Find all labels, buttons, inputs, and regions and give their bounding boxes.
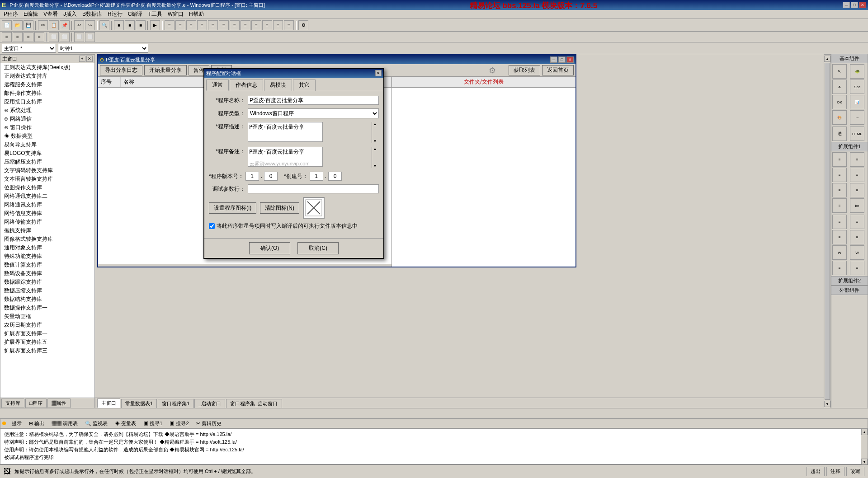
- ext-comp-4[interactable]: ≡: [850, 168, 864, 182]
- status-btn-overwrite[interactable]: 改写: [846, 467, 864, 476]
- menu-database[interactable]: B数据库: [80, 9, 105, 19]
- sidebar-collapse[interactable]: +: [79, 56, 85, 62]
- sidebar-item-remote[interactable]: 远程服务支持库: [0, 80, 94, 89]
- tab-main-window[interactable]: 主窗口: [97, 398, 120, 408]
- start-share-btn[interactable]: 开始批量分享: [144, 65, 187, 75]
- toolbar-btn-cut[interactable]: ✂: [38, 20, 48, 30]
- menu-edit[interactable]: E编辑: [21, 9, 41, 19]
- sidebar-item-anim[interactable]: 矢量动画框: [0, 312, 94, 321]
- sidebar-item-sys[interactable]: ⊕ 系统处理: [0, 106, 94, 115]
- comment-scroll-up[interactable]: ▲: [373, 147, 377, 151]
- comp-label[interactable]: A: [832, 80, 847, 94]
- confirm-btn[interactable]: 确认(O): [249, 242, 290, 254]
- comment-scroll-down[interactable]: ▼: [373, 164, 377, 168]
- tab-window-prog[interactable]: 窗口程序集1: [158, 399, 193, 408]
- sidebar-item-datatrace[interactable]: 数据跟踪支持库: [0, 278, 94, 286]
- sidebar-item-lang[interactable]: 文本语言转换支持库: [0, 175, 94, 183]
- main-scroll-down[interactable]: ▼: [824, 401, 830, 407]
- toolbar-btn-a9[interactable]: ≡: [251, 20, 261, 30]
- sidebar-item-dataop[interactable]: 数据操作支持库一: [0, 304, 94, 312]
- back-home-btn[interactable]: 返回首页: [542, 65, 574, 75]
- menu-program[interactable]: P程序: [1, 9, 21, 19]
- window-dropdown[interactable]: 主窗口 *: [2, 44, 56, 53]
- program-type-select[interactable]: Windows窗口程序 控制台程序 静态链接库: [248, 108, 379, 118]
- version-write-checkbox[interactable]: [209, 223, 215, 229]
- toolbar-btn-redo[interactable]: ↪: [85, 20, 95, 30]
- dialog-tab-general[interactable]: 通常: [206, 80, 229, 91]
- toolbar-btn-6[interactable]: ■: [125, 20, 135, 30]
- main-scroll-up[interactable]: ▲: [824, 56, 830, 62]
- toolbar-btn-a4[interactable]: ≡: [197, 20, 207, 30]
- comp-btn[interactable]: OK: [832, 95, 847, 109]
- menu-run[interactable]: R运行: [105, 9, 125, 19]
- ext-comp-2[interactable]: ≡: [850, 152, 864, 167]
- comp-dots[interactable]: ···: [850, 110, 864, 125]
- minimize-button[interactable]: ─: [843, 2, 850, 8]
- cancel-btn[interactable]: 取消(C): [297, 242, 339, 254]
- toolbar2-btn5[interactable]: ⬜: [49, 32, 59, 42]
- toolbar-btn-save[interactable]: 💾: [24, 20, 33, 30]
- toolbar-btn-a1[interactable]: ≡: [165, 20, 175, 30]
- sidebar-item-bitmap[interactable]: 位图操作支持库: [0, 183, 94, 192]
- sidebar-item-special[interactable]: 特殊功能支持库: [0, 252, 94, 261]
- close-button[interactable]: ✕: [859, 2, 866, 8]
- bottom-tab-call[interactable]: ▦▦ 调用表: [48, 419, 81, 428]
- component-dropdown[interactable]: 时钟1: [58, 44, 148, 53]
- toolbar2-btn6[interactable]: ⬜: [60, 32, 70, 42]
- ext-comp-11[interactable]: ≡: [832, 230, 847, 244]
- ext-comp-9[interactable]: ≡: [832, 215, 847, 229]
- sidebar-item-datazip[interactable]: 数据压缩支持库: [0, 286, 94, 295]
- sidebar-item-netinfo[interactable]: 网络信息支持库: [0, 209, 94, 218]
- toolbar-btn-paste[interactable]: 📌: [60, 20, 70, 30]
- sidebar-item-datastruct[interactable]: 数据结构支持库: [0, 295, 94, 304]
- scroll-up-btn[interactable]: ▲: [861, 429, 868, 435]
- toolbar-btn-7[interactable]: ■: [136, 20, 146, 30]
- ext-comp-5[interactable]: ≡: [832, 183, 847, 197]
- toolbar2-btn4[interactable]: ≡: [34, 32, 44, 42]
- maximize-button[interactable]: □: [851, 2, 858, 8]
- inner-settings-icon[interactable]: ⚙: [489, 66, 496, 75]
- sidebar-item-encode[interactable]: 文字编码转换支持库: [0, 166, 94, 175]
- sidebar-item-ui1[interactable]: 扩展界面支持库一: [0, 329, 94, 338]
- ext-comp-7[interactable]: ≡: [832, 198, 847, 213]
- inner-close[interactable]: ✕: [566, 56, 574, 63]
- sidebar-item-logo[interactable]: 易LOGO支持库: [0, 149, 94, 158]
- build-v1[interactable]: [310, 172, 323, 181]
- bottom-tab-vars[interactable]: ◈ 变量表: [112, 419, 139, 428]
- toolbar-btn-copy[interactable]: 📋: [49, 20, 59, 30]
- sidebar-item-deelx[interactable]: 正则表达式支持库(Deelx版): [0, 63, 94, 72]
- toolbar2-btn3[interactable]: ≡: [24, 32, 33, 42]
- ext-comp-12[interactable]: ≡: [850, 230, 864, 244]
- bottom-tab-monitor[interactable]: 🔍 监视表: [82, 419, 111, 428]
- menu-view[interactable]: V查看: [41, 9, 61, 19]
- build-v2[interactable]: [328, 172, 342, 181]
- status-btn-overflow[interactable]: 超出: [807, 467, 825, 476]
- dialog-tab-author[interactable]: 作者信息: [230, 80, 263, 91]
- toolbar-btn-extra[interactable]: ⚙: [298, 20, 308, 30]
- clear-icon-btn[interactable]: 清除图标(N): [260, 202, 299, 214]
- toolbar2-btn1[interactable]: ≡: [2, 32, 12, 42]
- sidebar-item-compress[interactable]: 压缩解压支持库: [0, 158, 94, 166]
- tab-property[interactable]: ▦属性: [47, 398, 71, 408]
- comp-color[interactable]: 🎨: [832, 110, 847, 125]
- program-desc-input[interactable]: P歪皮·百度云批量分享: [248, 122, 323, 142]
- toolbar-btn-a10[interactable]: ≡: [262, 20, 272, 30]
- menu-window[interactable]: W窗口: [165, 9, 186, 19]
- toolbar-btn-a5[interactable]: ≡: [208, 20, 218, 30]
- ext-comp-8[interactable]: bn: [850, 198, 864, 213]
- ext-comp-10[interactable]: ≡: [850, 215, 864, 229]
- comp-cursor[interactable]: ↖: [832, 64, 847, 79]
- export-log-btn[interactable]: 导出分享日志: [100, 65, 142, 75]
- toolbar-btn-a11[interactable]: ≡: [273, 20, 283, 30]
- menu-insert[interactable]: J插入: [61, 9, 80, 19]
- sidebar-item-win[interactable]: ⊕ 窗口操作: [0, 123, 94, 132]
- debug-args-input[interactable]: [248, 184, 379, 193]
- sidebar-close[interactable]: ✕: [86, 56, 93, 62]
- tab-const-data[interactable]: 常量数据表1: [121, 399, 157, 408]
- tab-startup-window[interactable]: _启动窗口: [194, 399, 225, 408]
- ext-comp-13[interactable]: W: [832, 245, 847, 260]
- toolbar2-btn8[interactable]: ⬜: [85, 32, 95, 42]
- toolbar-btn-undo[interactable]: ↩: [74, 20, 84, 30]
- sidebar-item-data[interactable]: ◈ 数据类型: [0, 132, 94, 141]
- bottom-tab-search2[interactable]: ▣ 搜寻2: [166, 419, 192, 428]
